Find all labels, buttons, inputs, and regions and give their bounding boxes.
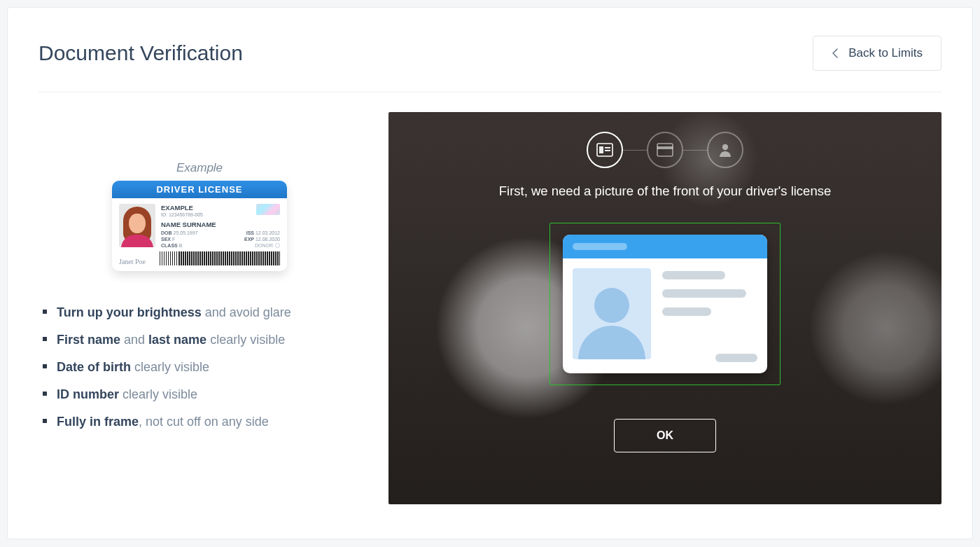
back-to-limits-button[interactable]: Back to Limits [813, 36, 941, 71]
tip-item: ID number clearly visible [57, 381, 360, 408]
license-class-label: CLASS [161, 243, 178, 248]
step-selfie-icon [707, 132, 743, 168]
step-back-icon [647, 132, 683, 168]
example-driver-license: DRIVER LICENSE EXAMPLE ID: 123456789-005 [112, 181, 287, 271]
hologram-icon [256, 204, 280, 215]
svg-rect-4 [657, 144, 673, 156]
license-class: B [179, 243, 183, 248]
license-name: NAME SURNAME [161, 221, 280, 228]
license-sex-label: SEX [161, 237, 171, 242]
license-id: ID: 123456789-005 [161, 212, 203, 218]
verification-card: Document Verification Back to Limits Exa… [7, 7, 973, 539]
license-donor-label: DONOR [255, 242, 273, 249]
capture-instruction: First, we need a picture of the front of… [499, 184, 831, 199]
step-indicator [587, 132, 743, 168]
barcode-icon [160, 251, 280, 265]
license-example-text: EXAMPLE [161, 204, 203, 212]
license-sex: F [172, 237, 175, 242]
tip-item: Turn up your brightness and avoid glare [57, 299, 360, 326]
license-photo-icon [119, 204, 155, 247]
page-title: Document Verification [38, 41, 243, 65]
license-signature: Janet Poe [119, 258, 154, 265]
tip-item: Fully in frame, not cut off on any side [57, 408, 360, 436]
chevron-left-icon [832, 48, 839, 59]
svg-rect-5 [657, 146, 673, 149]
svg-rect-2 [605, 147, 610, 148]
tip-item: Date of birth clearly visible [57, 354, 360, 381]
step-front-icon [587, 132, 623, 168]
tips-list: Turn up your brightness and avoid glare … [38, 299, 360, 436]
capture-frame [550, 223, 780, 385]
license-iss-label: ISS [246, 230, 254, 235]
license-exp: 12.08.2020 [255, 237, 280, 242]
tip-item: First name and last name clearly visible [57, 326, 360, 354]
license-iss: 12.03.2012 [255, 230, 280, 235]
svg-point-6 [722, 144, 728, 150]
header: Document Verification Back to Limits [38, 36, 941, 92]
license-dob-label: DOB [161, 230, 172, 235]
instructions-column: Example DRIVER LICENSE EXAMPLE ID: 12345… [38, 112, 360, 504]
id-card-placeholder-icon [563, 235, 767, 373]
license-dob: 25.05.1997 [174, 230, 198, 235]
ok-button[interactable]: OK [614, 419, 716, 452]
capture-panel: First, we need a picture of the front of… [388, 112, 941, 504]
example-label: Example [38, 161, 360, 175]
back-button-label: Back to Limits [848, 46, 923, 60]
license-exp-label: EXP [244, 237, 254, 242]
svg-rect-1 [599, 146, 603, 153]
svg-rect-3 [605, 150, 610, 151]
person-silhouette-icon [573, 268, 651, 359]
license-title: DRIVER LICENSE [112, 181, 287, 198]
